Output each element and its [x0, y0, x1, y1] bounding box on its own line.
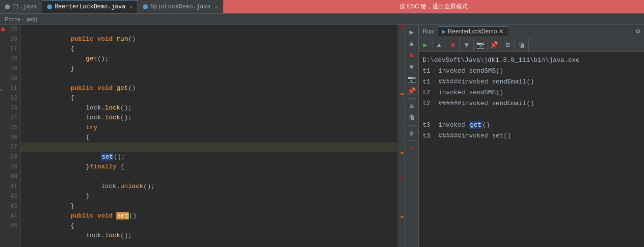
run-camera-btn[interactable]: 📷 [474, 38, 487, 52]
run-tab-close[interactable]: ✕ [499, 28, 504, 35]
code-line-45: lock.lock(); [21, 221, 398, 231]
breadcrumb-separator: › [23, 16, 25, 22]
tabs-bar: T1.java ReenterLockDemo.java ✕ SpinLockD… [0, 0, 644, 14]
code-line-35: { [21, 123, 398, 133]
toolbar-divider-3 [407, 140, 416, 141]
tab-icon-t1 [5, 4, 10, 9]
scrollbar-mark-4 [401, 177, 403, 178]
scrollbar-mark-2 [401, 93, 403, 95]
run-line6-col2: invoked get() [438, 120, 490, 131]
arrow-up-btn[interactable]: ▲ [406, 38, 417, 49]
ln-33: 33 [0, 103, 17, 113]
run-line5-col2 [438, 109, 442, 120]
trash-btn[interactable]: 🗑 [406, 112, 417, 123]
breadcrumb-phone: Phone [5, 16, 21, 22]
ln-37: 37 [0, 142, 17, 152]
code-line-27: get(); [21, 44, 398, 54]
run-line4-col2: ######invoked sendEmail() [438, 98, 534, 109]
run-output-line-7: t3 ######invoked set() [423, 131, 640, 141]
tab-t1[interactable]: T1.java [0, 0, 42, 13]
run-play-btn[interactable]: ▶ [419, 38, 432, 52]
ln-32: 32 [0, 93, 17, 103]
run-line7-col1: t3 [423, 131, 434, 141]
line-numbers: 25 26 27 28 29 30 ▷ 31 32 33 34 35 36 37… [0, 25, 21, 247]
run-toolbar: ▶ ▲ ■ ▼ 📷 📌 ⊞ 🗑 [419, 38, 644, 52]
run-trash-btn[interactable]: 🗑 [515, 38, 529, 52]
code-line-39 [21, 162, 398, 172]
tab-t1-label: T1.java [12, 3, 37, 10]
code-line-40: lock.unlock(); [21, 172, 398, 182]
scrollbar-mark-5 [401, 216, 403, 218]
pin-btn[interactable]: 📌 [406, 85, 417, 96]
ln-45: 45 [0, 221, 17, 231]
run-down-btn[interactable]: ▼ [460, 38, 474, 52]
ln-29: 29 [0, 64, 17, 74]
ln-38: 38 [0, 152, 17, 162]
code-content[interactable]: public void run() { get(); } public void… [21, 25, 398, 247]
ln-34: 34 [0, 113, 17, 123]
run-grid-btn[interactable]: ⊞ [501, 38, 515, 52]
tab-spin[interactable]: SpinLockDemo.java ✕ [138, 0, 223, 13]
close-btn[interactable]: ✕ [406, 143, 417, 154]
toolbar-divider-1 [407, 98, 416, 99]
run-line7-col2: ######invoked set() [438, 131, 511, 141]
right-toolbar: ▶ ▲ ■ ▼ 📷 📌 ⊞ 🗑 ⚙ ✕ [404, 25, 418, 247]
code-line-41: } [21, 182, 398, 192]
ln-30: 30 [0, 74, 17, 83]
scrollbar-gutter [398, 25, 404, 247]
ln-25: 25 [0, 25, 17, 34]
run-line5-col1 [423, 109, 434, 120]
run-pin-btn[interactable]: 📌 [487, 38, 501, 52]
stop-button[interactable]: ■ [406, 50, 417, 61]
ln-27: 27 [0, 44, 17, 54]
code-line-28: } [21, 54, 398, 64]
camera-btn[interactable]: 📷 [406, 74, 417, 84]
run-gear-icon[interactable]: ⚙ [636, 27, 640, 35]
code-line-33: lock.lock(); [21, 103, 398, 113]
ln-36: 36 [0, 133, 17, 142]
run-header-label: Run: [423, 28, 435, 35]
run-output-line-3: t2 invoked sendSMS() [423, 87, 640, 98]
breakpoint-25 [1, 27, 5, 31]
ln-35: 35 [0, 123, 17, 133]
settings-btn[interactable]: ⚙ [406, 128, 417, 138]
run-output-line-4: t2 ######invoked sendEmail() [423, 98, 640, 109]
run-panel: Run: ▶ ReenterLockDemo ✕ ⚙ ▶ ▲ ■ ▼ 📷 📌 ⊞… [418, 25, 644, 247]
arrow-down-btn[interactable]: ▼ [406, 62, 417, 73]
code-line-26: { [21, 34, 398, 44]
center-bar-text: 按 ESC 键，退出全屏模式 [400, 2, 468, 11]
code-line-32: lock.lock(); [21, 93, 398, 103]
ln-28: 28 [0, 54, 17, 64]
run-line1-col1: t1 [423, 66, 434, 77]
toolbar-divider-2 [407, 125, 416, 126]
run-up-btn[interactable]: ▲ [432, 38, 446, 52]
run-line4-col1: t2 [423, 98, 434, 109]
run-line3-col1: t2 [423, 87, 434, 98]
tab-reenter-close[interactable]: ✕ [130, 4, 133, 10]
main-area: 25 26 27 28 29 30 ▷ 31 32 33 34 35 36 37… [0, 25, 644, 247]
run-output-line-1: t1 invoked sendSMS() [423, 66, 640, 77]
run-output: D:\devSoft\Java\jdk1.8.0_111\bin\java.ex… [419, 52, 644, 247]
ln-31: ▷ 31 [0, 83, 17, 93]
code-line-30: public void get() [21, 74, 398, 83]
tab-icon-reenter [47, 4, 52, 9]
run-tab-icon: ▶ [442, 28, 446, 35]
run-highlighted-get: get [469, 121, 482, 129]
breadcrumb-method: get() [26, 16, 37, 22]
run-button[interactable]: ▶ [406, 27, 417, 37]
grid-btn[interactable]: ⊞ [406, 101, 417, 111]
ln-26: 26 [0, 34, 17, 44]
tab-reenter[interactable]: ReenterLockDemo.java ✕ [42, 0, 138, 13]
code-editor: 25 26 27 28 29 30 ▷ 31 32 33 34 35 36 37… [0, 25, 404, 247]
scrollbar-mark-3 [401, 152, 403, 154]
ln-40: 40 [0, 172, 17, 182]
code-line-38: }finally { [21, 152, 398, 162]
run-tab[interactable]: ▶ ReenterLockDemo ✕ [438, 27, 508, 36]
tab-spin-close[interactable]: ✕ [215, 4, 218, 10]
run-tab-label: ReenterLockDemo [448, 28, 497, 35]
code-line-31: { [21, 83, 398, 93]
run-output-line-2: t1 ######invoked sendEmail() [423, 77, 640, 87]
ln-44: 44 [0, 211, 17, 221]
run-stop-btn[interactable]: ■ [446, 38, 460, 52]
code-line-34: try [21, 113, 398, 123]
